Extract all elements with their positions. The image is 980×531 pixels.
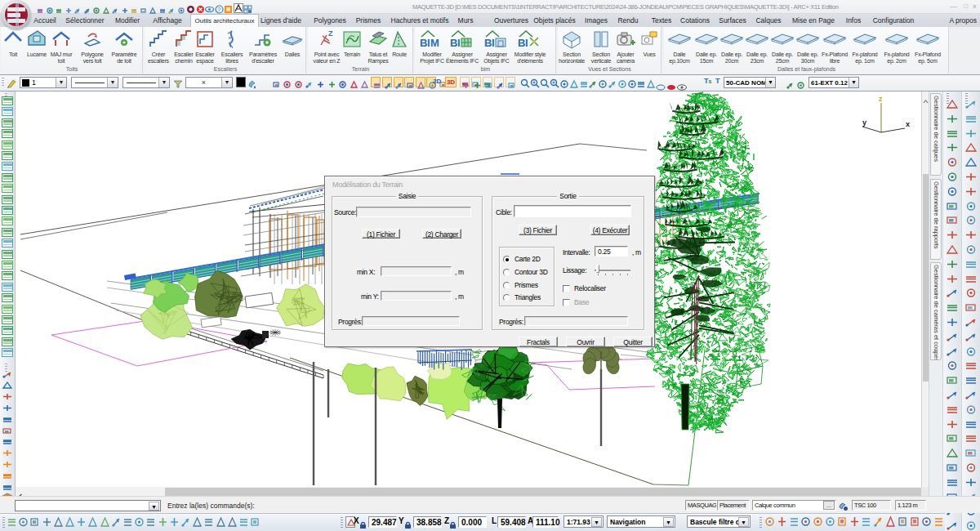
svg-text:M: M [430,37,439,49]
svg-text:I: I [457,37,461,49]
svg-text:Z: Z [328,29,333,38]
svg-text:B: B [518,37,525,49]
svg-text:B: B [420,37,427,49]
svg-text:y: y [862,118,866,127]
svg-text:?: ? [217,7,220,12]
svg-text:I: I [525,37,528,49]
svg-text:B: B [450,37,457,49]
svg-text:B: B [484,37,492,49]
svg-text:I: I [492,37,495,49]
svg-text:z: z [879,95,883,103]
svg-text:x: x [906,120,910,128]
